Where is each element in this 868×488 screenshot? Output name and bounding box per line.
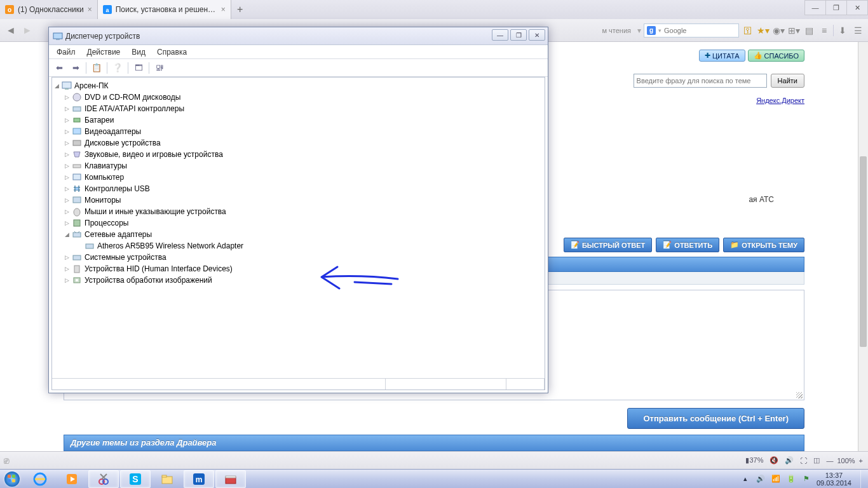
tree-node[interactable]: ▷Дисковые устройства	[52, 137, 545, 149]
expand-icon[interactable]: ▷	[64, 105, 71, 112]
taskbar-mediaplayer[interactable]	[57, 470, 87, 488]
window-minimize-button[interactable]: —	[804, 0, 826, 15]
window-titlebar[interactable]: Диспетчер устройств — ❐ ✕	[49, 27, 548, 45]
tree-node[interactable]: ◢Сетевые адаптеры	[52, 229, 545, 240]
expand-icon[interactable]: ▷	[64, 220, 71, 227]
page-scrollbar[interactable]	[858, 42, 868, 451]
tree-node[interactable]: ▷Контроллеры USB	[52, 183, 545, 194]
tree-node[interactable]: ▷Видеоадаптеры	[52, 126, 545, 137]
tree-node[interactable]: ▷Батареи	[52, 114, 545, 126]
win-close-button[interactable]: ✕	[529, 29, 545, 41]
thanks-button[interactable]: 👍СПАСИБО	[748, 50, 804, 62]
expand-icon[interactable]: ▷	[64, 197, 71, 204]
tab-close-icon[interactable]: ×	[221, 5, 226, 14]
collapse-icon[interactable]: ◢	[53, 83, 60, 90]
tree-node[interactable]: ▷Устройства HID (Human Interface Devices…	[52, 263, 545, 274]
reader-mode-label[interactable]: м чтения	[598, 27, 635, 34]
expand-icon[interactable]: ▷	[64, 94, 71, 101]
zoom-out-button[interactable]: —	[826, 457, 833, 464]
tree-node[interactable]: ▷Мониторы	[52, 194, 545, 206]
expand-icon[interactable]: ▷	[64, 117, 71, 124]
menu-icon[interactable]: ≡	[818, 24, 831, 37]
fast-reply-button[interactable]: 📝БЫСТРЫЙ ОТВЕТ	[564, 238, 652, 252]
menu-help[interactable]: Справка	[152, 46, 192, 58]
show-hidden-icon[interactable]: 📋	[90, 62, 103, 74]
tree-node[interactable]: ▷Системные устройства	[52, 252, 545, 263]
tray-battery-icon[interactable]: 🔋	[786, 474, 796, 484]
nav-forward-icon[interactable]: ➡	[69, 62, 82, 74]
expand-icon[interactable]: ▷	[64, 254, 71, 261]
expand-icon[interactable]: ▷	[64, 128, 71, 135]
download-icon[interactable]: ⬇	[836, 24, 849, 37]
window-close-button[interactable]: ✕	[846, 0, 868, 15]
scan-hardware-icon[interactable]: 🗔	[132, 62, 145, 74]
tree-leaf[interactable]: Atheros AR5B95 Wireless Network Adapter	[52, 240, 545, 252]
sound-icon[interactable]: 🔊	[785, 456, 794, 464]
fullscreen-icon[interactable]: ⛶	[800, 457, 807, 464]
tree-node[interactable]: ▷Устройства обработки изображений	[52, 274, 545, 286]
tray-flag-icon[interactable]: ⚑	[801, 474, 811, 484]
menu-file[interactable]: Файл	[51, 46, 81, 58]
favorite-icon[interactable]: ★▾	[757, 24, 770, 37]
tree-node[interactable]: ▷Мыши и иные указывающие устройства	[52, 206, 545, 217]
browser-tab-0[interactable]: o (1) Одноклассники ×	[0, 0, 98, 19]
expand-icon[interactable]: ▷	[64, 163, 71, 170]
taskbar-maxthon[interactable]: m	[184, 470, 214, 488]
window-maximize-button[interactable]: ❐	[825, 0, 847, 15]
nav-back-icon[interactable]: ⬅	[53, 62, 65, 74]
win-minimize-button[interactable]: —	[492, 29, 508, 41]
taskbar-toolbox[interactable]	[215, 470, 246, 488]
tree-root[interactable]: ◢ Арсен-ПК	[52, 80, 545, 92]
open-topic-button[interactable]: 📁ОТКРЫТЬ ТЕМУ	[723, 238, 804, 252]
apps-icon[interactable]: ⊞▾	[787, 24, 800, 37]
reply-button[interactable]: 📝ОТВЕТИТЬ	[656, 238, 719, 252]
expand-icon[interactable]: ▷	[64, 277, 71, 284]
camera-icon[interactable]: ◉▾	[772, 24, 785, 37]
settings-icon[interactable]: ☰	[851, 24, 864, 37]
yandex-direct-link[interactable]: Яндекс.Директ	[756, 97, 804, 104]
key-icon[interactable]: ⚿	[742, 24, 754, 37]
sidebar-toggle-icon[interactable]: ⎚	[4, 456, 9, 466]
menu-view[interactable]: Вид	[126, 46, 151, 58]
tray-network-icon[interactable]: 📶	[771, 474, 781, 484]
thread-search-input[interactable]	[634, 74, 767, 88]
tree-node[interactable]: ▷Звуковые, видео и игровые устройства	[52, 149, 545, 160]
menu-action[interactable]: Действие	[82, 46, 126, 58]
expand-icon[interactable]: ▷	[64, 151, 71, 158]
tray-expand-icon[interactable]: ▴	[740, 474, 750, 484]
quote-button[interactable]: ✚ЦИТАТА	[699, 50, 745, 62]
help-icon[interactable]: ❔	[111, 62, 124, 74]
tray-clock[interactable]: 13:37 09.03.2014	[817, 471, 855, 487]
split-icon[interactable]: ◫	[813, 456, 820, 464]
tab-close-icon[interactable]: ×	[88, 5, 92, 14]
send-message-button[interactable]: Отправить сообщение (Ctrl + Enter)	[627, 408, 804, 429]
search-box[interactable]: g ▾	[644, 24, 739, 37]
expand-icon[interactable]: ▷	[64, 140, 71, 147]
properties-icon[interactable]: 🖳	[153, 62, 166, 74]
expand-icon[interactable]: ▷	[64, 208, 71, 215]
taskbar-snipping[interactable]	[88, 470, 119, 488]
taskbar-ie[interactable]	[25, 470, 55, 488]
win-maximize-button[interactable]: ❐	[510, 29, 527, 41]
start-button[interactable]	[0, 470, 24, 489]
taskbar-skype[interactable]: S	[120, 470, 151, 488]
search-input[interactable]	[664, 27, 728, 34]
device-tree[interactable]: ◢ Арсен-ПК ▷DVD и CD-ROM дисководы▷IDE A…	[51, 77, 545, 390]
expand-icon[interactable]: ▷	[64, 174, 71, 181]
tree-node[interactable]: ▷Процессоры	[52, 217, 545, 229]
forward-button[interactable]: ►	[20, 24, 34, 37]
mute-icon[interactable]: 🔇	[770, 456, 778, 464]
new-tab-button[interactable]: +	[231, 0, 249, 19]
back-button[interactable]: ◄	[4, 24, 18, 37]
expand-icon[interactable]: ▷	[64, 186, 71, 193]
tree-node[interactable]: ▷Клавиатуры	[52, 160, 545, 172]
tray-volume-icon[interactable]: 🔊	[756, 474, 766, 484]
tree-node[interactable]: ▷IDE ATA/ATAPI контроллеры	[52, 103, 545, 114]
notes-icon[interactable]: ▤	[803, 24, 815, 37]
expand-icon[interactable]: ▷	[64, 266, 71, 273]
taskbar-explorer[interactable]	[152, 470, 182, 488]
tree-node[interactable]: ▷Компьютер	[52, 172, 545, 183]
tree-node[interactable]: ▷DVD и CD-ROM дисководы	[52, 92, 545, 103]
find-button[interactable]: Найти	[771, 74, 804, 88]
zoom-in-button[interactable]: +	[859, 457, 863, 464]
